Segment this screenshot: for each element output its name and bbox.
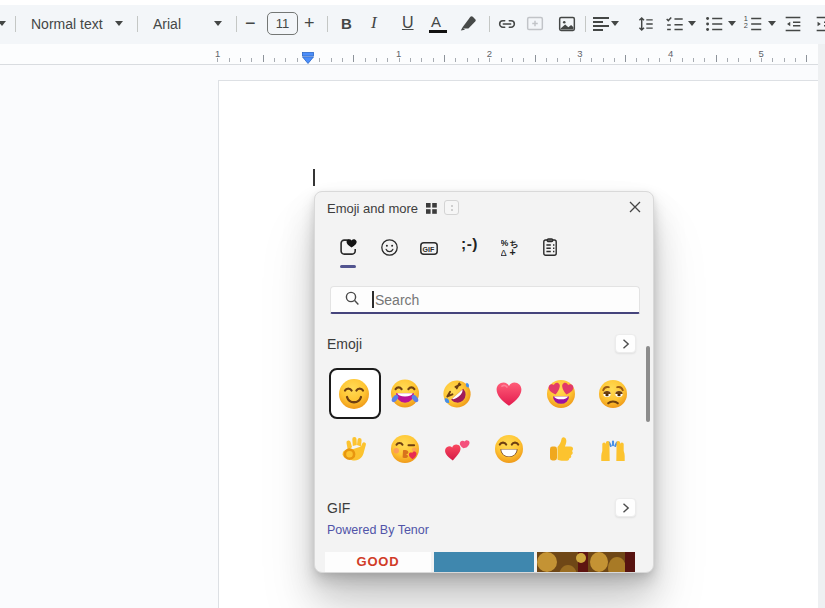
svg-text:2: 2 — [744, 21, 748, 30]
svg-text:+: + — [510, 246, 516, 256]
svg-text:%: % — [501, 239, 509, 248]
svg-text:Δ: Δ — [501, 248, 507, 256]
svg-text:GIF: GIF — [423, 246, 435, 253]
